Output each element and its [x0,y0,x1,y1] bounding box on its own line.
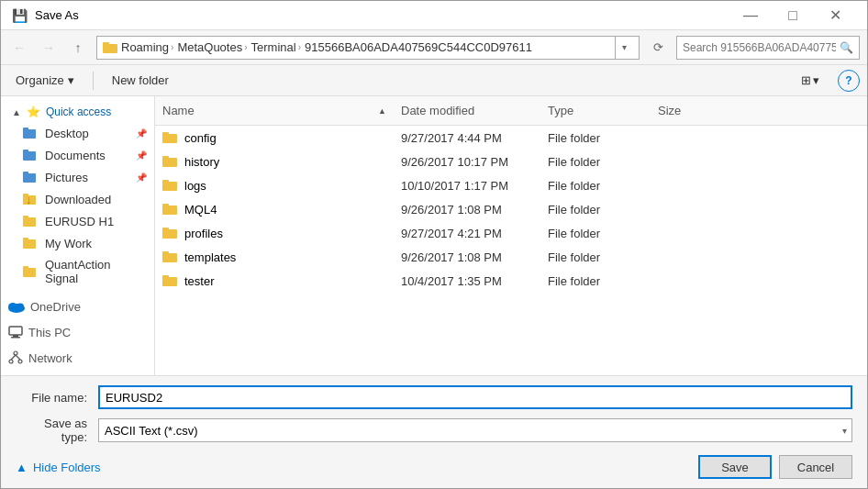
file-type-2: File folder [540,177,651,194]
svg-point-23 [14,351,17,355]
file-size-0 [651,136,724,139]
filename-input[interactable] [98,385,852,409]
search-input[interactable] [683,41,836,54]
svg-rect-20 [9,327,22,335]
table-row[interactable]: history 9/26/2017 10:17 PM File folder [155,150,867,173]
svg-rect-37 [162,228,169,231]
thispc-label: This PC [28,326,71,339]
breadcrumb-metaquotes: MetaQuotes › [177,40,247,54]
maximize-button[interactable]: □ [772,1,814,30]
col-header-size[interactable]: Size [651,100,724,121]
sidebar-item-eurusd[interactable]: EURUSD H1 [1,210,154,232]
sidebar-item-pictures[interactable]: Pictures 📌 [1,166,154,188]
up-button[interactable]: ↑ [67,37,89,59]
file-name-history: history [155,152,394,171]
file-name-logs: logs [155,176,394,194]
table-row[interactable]: logs 10/10/2017 1:17 PM File folder [155,173,867,197]
desktop-label: Desktop [45,127,89,140]
dialog-title: Save As [35,8,79,22]
forward-button[interactable]: → [38,37,60,59]
col-header-date[interactable]: Date modified [394,100,540,121]
filetype-select[interactable]: ASCII Text (*.csv) CSV (*.csv) Text (*.t… [98,418,852,442]
svg-point-19 [17,303,24,309]
refresh-button[interactable]: ⟳ [647,36,669,60]
bottom-panel: File name: Save as type: ASCII Text (*.c… [1,375,867,488]
quick-access-header[interactable]: ▲ ⭐ Quick access [1,100,154,122]
quick-access-collapse-icon: ▲ [12,107,21,117]
sidebar-item-documents[interactable]: Documents 📌 [1,144,154,166]
quick-access-label: Quick access [46,106,111,118]
new-folder-button[interactable]: New folder [105,71,176,90]
quick-access-section: ▲ ⭐ Quick access Desktop 📌 [1,100,154,289]
file-name-config: config [155,128,394,147]
col-header-name[interactable]: Name ▲ [155,100,394,121]
file-name-profiles: profiles [155,224,394,242]
file-type-6: File folder [540,272,651,290]
file-type-5: File folder [540,249,651,266]
save-as-dialog: 💾 Save As — □ ✕ ← → ↑ Roaming › MetaQuot… [0,0,868,489]
table-row[interactable]: profiles 9/27/2017 4:21 PM File folder [155,221,867,245]
sidebar-item-quantaction[interactable]: QuantAction Signal [1,254,154,289]
table-row[interactable]: config 9/27/2017 4:44 PM File folder [155,126,867,150]
organize-button[interactable]: Organize ▾ [8,71,82,90]
sidebar-item-downloaded[interactable]: ↓ Downloaded [1,188,154,210]
documents-folder-icon [23,148,38,162]
table-row[interactable]: templates 9/26/2017 1:08 PM File folder [155,245,867,269]
sort-arrow-icon: ▲ [378,106,386,116]
folder-icon [162,226,177,240]
close-button[interactable]: ✕ [814,1,856,30]
file-type-1: File folder [540,153,651,171]
downloaded-folder-icon: ↓ [23,192,38,206]
address-dropdown-button[interactable]: ▾ [615,37,633,59]
file-header: Name ▲ Date modified Type Size [155,96,867,126]
eurusd-folder-icon [23,214,38,228]
svg-rect-7 [23,172,28,175]
table-row[interactable]: MQL4 9/26/2017 1:08 PM File folder [155,197,867,221]
onedrive-label: OneDrive [30,300,81,314]
cancel-button[interactable]: Cancel [779,455,852,479]
svg-text:↓: ↓ [26,193,32,206]
svg-point-24 [9,360,13,363]
network-section[interactable]: Network [1,343,154,369]
pictures-label: Pictures [45,171,88,184]
action-divider [93,72,94,90]
minimize-button[interactable]: — [729,1,772,30]
svg-rect-29 [162,132,169,136]
view-grid-icon: ⊞ [801,73,811,87]
svg-rect-14 [23,238,28,241]
table-row[interactable]: tester 10/4/2017 1:35 PM File folder [155,269,867,293]
hide-folders-button[interactable]: ▲ Hide Folders [16,461,101,474]
folder-icon [162,130,177,145]
hide-folders-arrow-icon: ▲ [16,461,28,474]
action-bar: Organize ▾ New folder ⊞ ▾ ? [1,65,867,96]
nav-toolbar: ← → ↑ Roaming › MetaQuotes › Terminal › … [1,30,867,65]
mywork-folder-icon [23,236,38,250]
thispc-section[interactable]: This PC [1,317,154,343]
file-size-6 [651,279,724,283]
filename-label: File name: [16,391,98,405]
help-button[interactable]: ? [838,70,860,92]
save-button[interactable]: Save [698,455,772,479]
onedrive-icon [8,302,25,313]
address-bar[interactable]: Roaming › MetaQuotes › Terminal › 915566… [96,36,640,60]
quick-access-star-icon: ⭐ [27,106,40,118]
file-list: config 9/27/2017 4:44 PM File folder his… [155,126,867,375]
file-date-2: 10/10/2017 1:17 PM [394,177,540,194]
file-date-0: 9/27/2017 4:44 PM [394,129,540,147]
sidebar-item-mywork[interactable]: My Work [1,232,154,254]
view-button[interactable]: ⊞ ▾ [794,71,827,90]
documents-pin-icon: 📌 [136,150,147,161]
folder-icon [162,273,177,288]
sidebar-item-desktop[interactable]: Desktop 📌 [1,122,154,144]
back-button[interactable]: ← [8,37,30,59]
file-date-6: 10/4/2017 1:35 PM [394,272,540,290]
eurusd-label: EURUSD H1 [45,215,114,228]
documents-label: Documents [45,149,106,162]
onedrive-section[interactable]: OneDrive [1,293,154,317]
title-controls: — □ ✕ [729,1,856,30]
col-header-type[interactable]: Type [540,100,651,121]
svg-point-18 [8,303,17,310]
file-date-5: 9/26/2017 1:08 PM [394,249,540,266]
folder-icon [162,250,177,264]
quantaction-folder-icon [23,264,38,279]
